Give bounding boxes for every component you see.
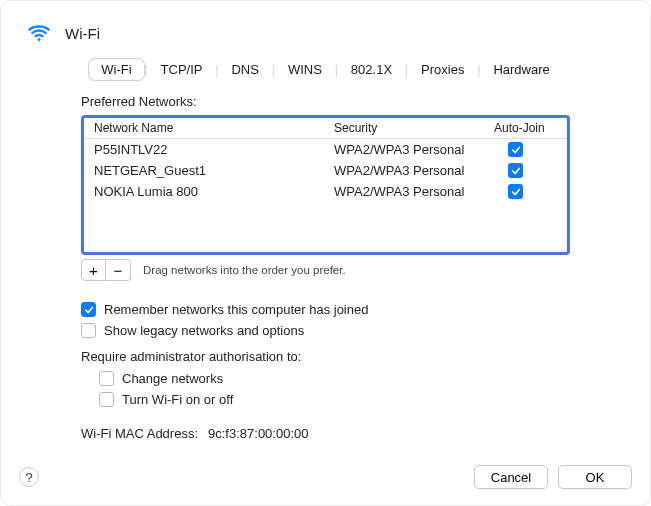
change-networks-label: Change networks [122, 371, 223, 386]
tab-tcp-ip[interactable]: TCP/IP [149, 59, 215, 80]
table-row[interactable]: P55INTLV22WPA2/WPA3 Personal [84, 139, 567, 160]
auto-join-checkbox[interactable] [508, 142, 523, 157]
table-controls: + − Drag networks into the order you pre… [81, 259, 570, 281]
table-row[interactable]: NOKIA Lumia 800WPA2/WPA3 Personal [84, 181, 567, 202]
svg-point-0 [37, 38, 40, 41]
mac-address-row: Wi-Fi MAC Address: 9c:f3:87:00:00:00 [81, 426, 570, 441]
mac-value: 9c:f3:87:00:00:00 [208, 426, 308, 441]
drag-hint: Drag networks into the order you prefer. [143, 264, 346, 276]
col-auto-join[interactable]: Auto-Join [494, 121, 570, 135]
auto-join-cell [494, 184, 570, 199]
table-header: Network Name Security Auto-Join [84, 118, 567, 139]
network-name-cell: NOKIA Lumia 800 [94, 184, 334, 199]
footer: ? Cancel OK [19, 465, 632, 489]
tab-separator [144, 59, 149, 80]
wifi-advanced-window: Wi-Fi Wi-FiTCP/IPDNSWINS802.1XProxiesHar… [0, 0, 651, 506]
auto-join-checkbox[interactable] [508, 163, 523, 178]
auto-join-checkbox[interactable] [508, 184, 523, 199]
turn-wifi-checkbox[interactable] [99, 392, 114, 407]
ok-button[interactable]: OK [558, 465, 632, 489]
content-area: Preferred Networks: Network Name Securit… [19, 94, 632, 441]
preferred-networks-table[interactable]: Network Name Security Auto-Join P55INTLV… [81, 115, 570, 255]
remove-network-button[interactable]: − [106, 259, 131, 281]
options: Remember networks this computer has join… [81, 299, 570, 441]
table-body: P55INTLV22WPA2/WPA3 PersonalNETGEAR_Gues… [84, 139, 567, 202]
tab-hardware[interactable]: Hardware [481, 59, 561, 80]
network-security-cell: WPA2/WPA3 Personal [334, 184, 494, 199]
help-button[interactable]: ? [19, 467, 39, 487]
tab-802-1x[interactable]: 802.1X [339, 59, 404, 80]
remember-checkbox[interactable] [81, 302, 96, 317]
title-row: Wi-Fi [19, 15, 632, 59]
show-legacy-checkbox[interactable] [81, 323, 96, 338]
network-security-cell: WPA2/WPA3 Personal [334, 142, 494, 157]
turn-wifi-label: Turn Wi-Fi on or off [122, 392, 233, 407]
network-security-cell: WPA2/WPA3 Personal [334, 163, 494, 178]
tab-bar: Wi-FiTCP/IPDNSWINS802.1XProxiesHardware [19, 59, 632, 80]
change-networks-checkbox[interactable] [99, 371, 114, 386]
cancel-button[interactable]: Cancel [474, 465, 548, 489]
tab-wins[interactable]: WINS [276, 59, 334, 80]
auto-join-cell [494, 142, 570, 157]
show-legacy-label: Show legacy networks and options [104, 323, 304, 338]
auto-join-cell [494, 163, 570, 178]
col-network-name[interactable]: Network Name [94, 121, 334, 135]
network-name-cell: P55INTLV22 [94, 142, 334, 157]
preferred-networks-label: Preferred Networks: [81, 94, 570, 109]
network-name-cell: NETGEAR_Guest1 [94, 163, 334, 178]
table-row[interactable]: NETGEAR_Guest1WPA2/WPA3 Personal [84, 160, 567, 181]
tab-proxies[interactable]: Proxies [409, 59, 476, 80]
add-network-button[interactable]: + [81, 259, 106, 281]
admin-auth-label: Require administrator authorisation to: [81, 349, 570, 364]
tab-dns[interactable]: DNS [219, 59, 270, 80]
wifi-icon [25, 19, 53, 47]
col-security[interactable]: Security [334, 121, 494, 135]
mac-label: Wi-Fi MAC Address: [81, 426, 198, 441]
remember-label: Remember networks this computer has join… [104, 302, 368, 317]
tab-wi-fi[interactable]: Wi-Fi [89, 59, 143, 80]
page-title: Wi-Fi [65, 25, 100, 42]
